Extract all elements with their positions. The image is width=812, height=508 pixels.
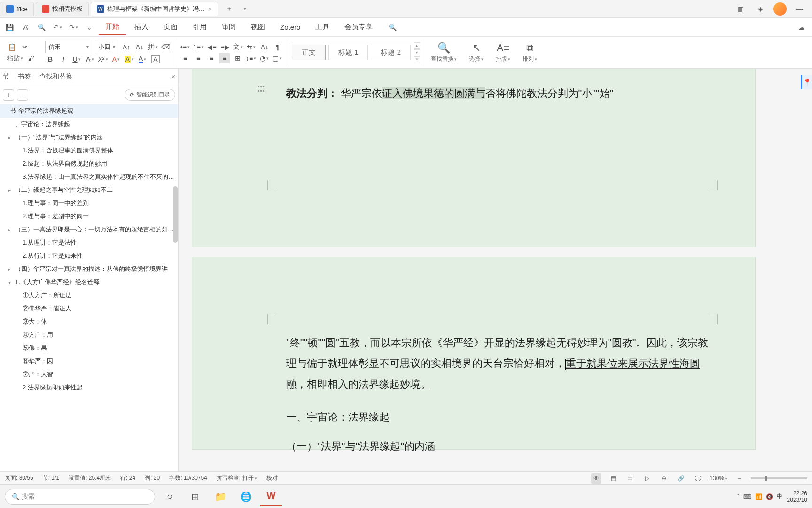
clear-format-icon[interactable]: ⌫ xyxy=(161,42,171,52)
toc-item[interactable]: ④方广：用 xyxy=(0,328,178,341)
status-spellcheck[interactable]: 拼写检查: 打开 xyxy=(217,474,257,482)
volume-icon[interactable]: 🔇 xyxy=(766,493,773,500)
close-icon[interactable]: × xyxy=(209,6,212,13)
toc-item[interactable]: 、宇宙论：法界缘起 xyxy=(0,118,178,131)
ime-indicator[interactable]: 中 xyxy=(777,492,782,500)
toc-item[interactable]: 1.理与事：同一中的差别 xyxy=(0,197,178,210)
toc-item[interactable]: 2 法界缘起即如来性起 xyxy=(0,381,178,394)
print-icon[interactable]: 🖨 xyxy=(19,21,32,34)
wps-icon[interactable]: W xyxy=(260,487,282,506)
strike-icon[interactable]: A̶ xyxy=(85,54,95,64)
toc-item[interactable]: ▸（二）缘起之事与空性之理如如不二 xyxy=(0,183,178,197)
os-search-input[interactable]: 🔍 搜索 xyxy=(5,489,155,505)
bold-icon[interactable]: B xyxy=(45,54,55,64)
zoom-value[interactable]: 130% xyxy=(710,475,727,482)
cloud-icon[interactable]: ☁ xyxy=(795,21,808,34)
toc-item[interactable]: 2.从行讲：它是如来性 xyxy=(0,249,178,262)
style-gallery-scroll[interactable]: ▴▾≡ xyxy=(414,42,420,63)
toc-item[interactable]: ⑤佛：果 xyxy=(0,341,178,355)
sidetab-findreplace[interactable]: 查找和替换 xyxy=(39,72,72,81)
sort-icon[interactable]: A↓ xyxy=(259,42,270,52)
toc-item[interactable]: ②佛华严：能证人 xyxy=(0,302,178,315)
status-position[interactable]: 设置值: 25.4厘米 xyxy=(69,474,111,482)
italic-icon[interactable]: I xyxy=(58,54,69,64)
menu-page[interactable]: 页面 xyxy=(157,20,184,34)
asian-layout-icon[interactable]: ⇆ xyxy=(246,42,257,52)
explorer-icon[interactable]: 📁 xyxy=(210,487,231,506)
expand-button[interactable]: + xyxy=(3,89,14,101)
status-words[interactable]: 字数: 10/30754 xyxy=(169,474,207,482)
zoom-out-icon[interactable]: − xyxy=(734,473,744,484)
redo-icon[interactable]: ↷ xyxy=(67,21,80,34)
keyboard-icon[interactable]: ⌨ xyxy=(743,493,751,500)
link-icon[interactable]: 🔗 xyxy=(676,473,686,484)
align-left-icon[interactable]: ≡ xyxy=(180,53,190,64)
collapse-button[interactable]: − xyxy=(17,89,28,101)
font-size-select[interactable]: 小四▾ xyxy=(95,41,118,53)
align-center-icon[interactable]: ≡ xyxy=(193,53,203,64)
find-replace-button[interactable]: 🔍 查找替换 xyxy=(426,39,461,67)
paste-icon[interactable]: 📋 xyxy=(7,42,17,52)
undo-icon[interactable]: ↶ xyxy=(51,21,64,34)
smart-toc-button[interactable]: ⟳ 智能识别目录 xyxy=(125,89,175,101)
menu-review[interactable]: 审阅 xyxy=(215,20,242,34)
shading-icon[interactable]: ◔ xyxy=(259,53,269,64)
status-col[interactable]: 列: 20 xyxy=(145,474,160,482)
print-layout-icon[interactable]: ▤ xyxy=(608,473,618,484)
menu-view[interactable]: 视图 xyxy=(244,20,272,34)
status-mode[interactable]: 校对 xyxy=(266,474,278,482)
drag-handle-icon[interactable] xyxy=(258,86,265,94)
underline-icon[interactable]: U xyxy=(71,54,82,64)
taskview-icon[interactable]: ⊞ xyxy=(184,487,206,506)
numbering-icon[interactable]: 1≡ xyxy=(193,42,204,52)
toc-item[interactable]: 2.理与事：差别中的同一 xyxy=(0,210,178,223)
menu-zotero[interactable]: Zotero xyxy=(273,20,307,34)
panel-icon[interactable]: ▥ xyxy=(734,2,747,16)
decrease-font-icon[interactable]: A↓ xyxy=(134,42,145,52)
outline-icon[interactable]: ☰ xyxy=(625,473,635,484)
location-marker-icon[interactable]: 📍 xyxy=(801,75,812,89)
text-effect-icon[interactable]: A xyxy=(111,54,121,64)
menu-start[interactable]: 开始 xyxy=(99,19,126,35)
align-right-icon[interactable]: ≡ xyxy=(206,53,217,64)
font-name-select[interactable]: 仿宋▾ xyxy=(45,41,92,53)
edge-icon[interactable]: 🌐 xyxy=(235,487,257,506)
toc-list[interactable]: 节 华严宗的法界缘起观、宇宙论：法界缘起▸（一）"法界"与"法界缘起"的内涵1.… xyxy=(0,104,178,484)
zoom-slider[interactable] xyxy=(751,477,807,479)
cube-icon[interactable]: ◈ xyxy=(754,2,767,16)
layout-button[interactable]: A≡ 排版 xyxy=(491,39,515,67)
borders-icon[interactable]: ▢ xyxy=(272,53,282,64)
increase-font-icon[interactable]: A↑ xyxy=(121,42,132,52)
line-spacing-icon[interactable]: ↕≡ xyxy=(246,53,256,64)
toc-item[interactable]: ▸（一）"法界"与"法界缘起"的内涵 xyxy=(0,131,178,144)
toc-item[interactable]: ⑦严：大智 xyxy=(0,368,178,381)
chevron-up-icon[interactable]: ˄ xyxy=(737,493,740,500)
play-icon[interactable]: ▷ xyxy=(642,473,652,484)
indent-right-icon[interactable]: ≡▶ xyxy=(220,42,230,52)
align-justify-icon[interactable]: ≡ xyxy=(219,53,230,64)
style-heading1[interactable]: 标题 1 xyxy=(328,45,368,60)
new-tab-menu[interactable] xyxy=(239,3,250,15)
cortana-icon[interactable]: ○ xyxy=(159,487,180,506)
toc-item[interactable]: 1.法界：含摄理事的圆满佛界整体 xyxy=(0,144,178,157)
preview-icon[interactable]: 🔍 xyxy=(35,21,48,34)
toc-item[interactable]: 1.从理讲：它是法性 xyxy=(0,236,178,249)
indent-left-icon[interactable]: ◀≡ xyxy=(207,42,217,52)
toc-item[interactable]: ⑥华严：因 xyxy=(0,355,178,368)
sidetab-sections[interactable]: 节 xyxy=(3,72,9,81)
format-painter-icon[interactable]: 🖌 xyxy=(26,53,36,64)
tab-office[interactable]: ffice xyxy=(0,2,34,16)
toc-item[interactable]: ▾1.《大方广佛华严经》经名诠释 xyxy=(0,276,178,289)
toc-item[interactable]: ▸（三）一真法界即是一心：一切万法本有的超绝言相的如如实相 xyxy=(0,223,178,236)
select-button[interactable]: ↖ 选择 xyxy=(464,39,488,67)
paste-label[interactable]: 粘贴 xyxy=(7,53,23,64)
save-icon[interactable]: 💾 xyxy=(3,21,16,34)
menu-insert[interactable]: 插入 xyxy=(128,20,155,34)
close-pane-icon[interactable]: × xyxy=(172,73,175,80)
distributed-icon[interactable]: ⊞ xyxy=(233,53,243,64)
bullets-icon[interactable]: •≡ xyxy=(180,42,190,52)
tab-document[interactable]: W 梳理与框架《新编中国哲学史》冯… × xyxy=(91,2,219,16)
toc-item[interactable]: ③大：体 xyxy=(0,315,178,328)
menu-member[interactable]: 会员专享 xyxy=(338,20,379,34)
arrange-button[interactable]: ⧉ 排列 xyxy=(518,39,542,67)
